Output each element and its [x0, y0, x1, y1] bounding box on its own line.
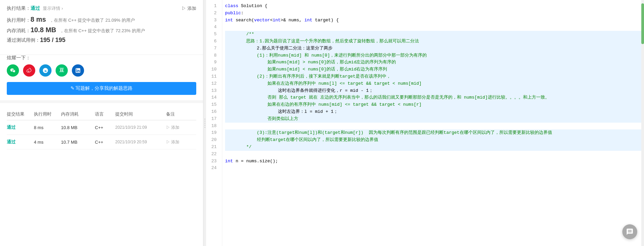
drag-dot-5	[204, 127, 205, 128]
line-number-12: 12	[206, 80, 219, 87]
add-button-inline[interactable]: ▷ 添加	[182, 5, 196, 12]
time-value: 8 ms	[31, 16, 46, 23]
drag-dot-2	[204, 121, 205, 122]
memory-stats-row: 内存消耗： 10.8 MB ，在所有 C++ 提交中击败了 72.23% 的用户	[7, 26, 196, 34]
code-content[interactable]: class Solution {public: int search(vecto…	[222, 0, 644, 246]
write-solution-button[interactable]: ✎ 写题解，分享我的解题思路	[7, 82, 196, 95]
submission-row-1: 通过 4 ms 10.7 MB C++ 2021/10/19 20:59 ▷ 添…	[7, 135, 196, 149]
execution-result-label: 执行结果：	[7, 5, 31, 12]
execution-result-row: 执行结果： 通过 显示详情 › ▷ 添加	[7, 5, 196, 12]
code-line-23: int n = nums.size();	[225, 158, 644, 165]
code-line-2: public:	[225, 10, 644, 17]
line-number-4: 4	[206, 24, 219, 31]
line-number-15: 15	[206, 101, 219, 108]
col-header-date: 提交时间	[115, 111, 166, 117]
line-number-24: 24	[206, 165, 219, 172]
code-line-4	[225, 24, 644, 31]
line-number-3: 3	[206, 17, 219, 24]
line-number-13: 13	[206, 87, 219, 95]
wechat-icon[interactable]	[7, 64, 19, 77]
code-line-15: 如果在右边的有序序列中 nums[mid] <= target && targe…	[225, 101, 644, 108]
line-number-2: 2	[206, 10, 219, 17]
line-number-11: 11	[206, 73, 219, 80]
submission-status-0: 通过	[7, 124, 34, 130]
test-cases-row: 通过测试用例： 195 / 195	[7, 37, 196, 44]
code-line-22	[225, 151, 644, 158]
code-line-20: 经判断target在哪个区间以内了，所以需要更新比较的边界值	[225, 137, 644, 144]
line-number-1: 1	[206, 3, 219, 10]
col-header-note: 备注	[166, 111, 186, 117]
submission-memory-0: 10.8 MB	[61, 125, 95, 130]
add-note-btn-1[interactable]: ▷ 添加	[166, 139, 186, 145]
code-line-12: 如果在左边有序的序列中 nums[l] <= target && target …	[225, 80, 644, 87]
submission-lang-1: C++	[95, 140, 115, 145]
drag-dot-4	[204, 125, 205, 126]
float-action-button[interactable]	[622, 224, 637, 239]
time-label: 执行用时：	[7, 17, 31, 23]
col-header-memory: 内存消耗	[61, 111, 95, 117]
code-line-6: 思路：1.因为题目说了这是一个升序的数组，然后变成了旋转数组，那么就可以用二分法	[225, 38, 644, 45]
line-number-18: 18	[206, 123, 219, 130]
weibo-icon[interactable]	[23, 64, 35, 77]
code-line-17: 否则类似以上方	[225, 116, 644, 123]
code-line-11: (2)：判断出有序序列后，接下来就是判断target是否在该序列中，	[225, 73, 644, 80]
linkedin-icon[interactable]	[72, 64, 84, 77]
table-header: 提交结果 执行用时 内存消耗 语言 提交时间 备注	[7, 108, 196, 120]
social-icons-row: 豆	[7, 64, 196, 77]
result-section: 执行结果： 通过 显示详情 › ▷ 添加 执行用时： 8 ms ，在所有 C++…	[0, 0, 203, 55]
line-number-6: 6	[206, 38, 219, 45]
code-editor-panel: 123456789101112131415161718192021222324 …	[206, 0, 644, 246]
line-numbers: 123456789101112131415161718192021222324	[206, 0, 222, 246]
submission-date-0: 2021/10/19 21:09	[115, 125, 166, 130]
line-number-17: 17	[206, 116, 219, 123]
pass-badge: 通过	[31, 5, 40, 12]
code-line-1: class Solution {	[225, 3, 644, 10]
add-note-btn-0[interactable]: ▷ 添加	[166, 125, 186, 130]
line-number-10: 10	[206, 66, 219, 73]
submissions-table: 提交结果 执行用时 内存消耗 语言 提交时间 备注 通过 8 ms 10.8 M…	[0, 103, 203, 246]
memory-label: 内存消耗：	[7, 28, 31, 34]
memory-value: 10.8 MB	[31, 26, 56, 34]
code-line-13: 这时右边界条件就得进行变化，r = mid - 1；	[225, 87, 644, 95]
line-number-9: 9	[206, 59, 219, 66]
show-detail-link[interactable]: 显示详情 ›	[43, 5, 63, 12]
code-line-24	[225, 165, 644, 172]
code-line-16: 这时左边界：l = mid + 1；	[225, 108, 644, 116]
line-number-19: 19	[206, 129, 219, 137]
qq-icon[interactable]	[39, 64, 52, 77]
test-cases-label: 通过测试用例：	[7, 37, 40, 43]
line-number-21: 21	[206, 144, 219, 151]
line-number-23: 23	[206, 158, 219, 165]
time-beat: ，在所有 C++ 提交中击败了 21.09% 的用户	[49, 17, 135, 23]
memory-beat: ，在所有 C++ 提交中击败了 72.23% 的用户	[60, 28, 145, 34]
divider	[0, 100, 203, 103]
code-line-14: 否则 那么 target 就在 左边的无序列表当中，那么的话我们就又要判断那部分…	[225, 94, 644, 101]
submission-status-1: 通过	[7, 139, 34, 145]
share-section: 炫耀一下： 豆 ✎ 写题解，分享我的解题思路	[0, 55, 203, 100]
code-line-21: */	[225, 144, 644, 151]
line-number-5: 5	[206, 31, 219, 38]
line-number-8: 8	[206, 52, 219, 59]
submission-lang-0: C++	[95, 125, 115, 130]
test-cases-value: 195 / 195	[40, 37, 65, 44]
code-line-5: /**	[225, 31, 644, 38]
line-number-22: 22	[206, 151, 219, 158]
code-line-9: 如果nums[mid] > nums[0]的话，那么mid左边的序列为有序的	[225, 59, 644, 66]
code-line-19: (3):注意(target和num[l])和(target和num[r]) 因为…	[225, 129, 644, 137]
resize-handle[interactable]	[203, 0, 206, 246]
douban-icon[interactable]: 豆	[56, 64, 68, 77]
scrollbar-track[interactable]	[641, 0, 644, 246]
line-number-7: 7	[206, 45, 219, 52]
share-label: 炫耀一下：	[7, 55, 196, 61]
submission-date-1: 2021/10/19 20:59	[115, 140, 166, 144]
submission-row-0: 通过 8 ms 10.8 MB C++ 2021/10/19 21:09 ▷ 添…	[7, 120, 196, 135]
col-header-time: 执行用时	[34, 111, 61, 117]
scrollbar-thumb[interactable]	[641, 3, 644, 44]
drag-dot-1	[204, 119, 205, 120]
submission-time-1: 4 ms	[34, 140, 61, 145]
code-line-7: 2.那么关于使用二分法：这里分了两步	[225, 45, 644, 52]
code-area[interactable]: 123456789101112131415161718192021222324 …	[206, 0, 644, 246]
line-number-16: 16	[206, 108, 219, 116]
time-stats-row: 执行用时： 8 ms ，在所有 C++ 提交中击败了 21.09% 的用户	[7, 16, 196, 23]
col-header-status: 提交结果	[7, 111, 34, 117]
